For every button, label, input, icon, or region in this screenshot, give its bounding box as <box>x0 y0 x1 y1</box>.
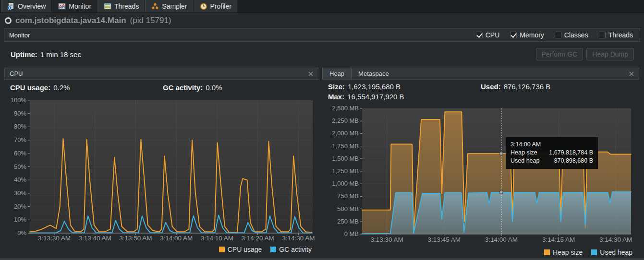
checkbox-classes[interactable]: Classes <box>555 31 588 39</box>
heap-panel: Heap Metaspace Size:1,623,195,680 B Used… <box>322 68 639 256</box>
checkbox-classes-box[interactable] <box>555 32 561 38</box>
running-ring-icon <box>5 17 12 24</box>
svg-text:3:13:50 AM: 3:13:50 AM <box>119 235 152 242</box>
svg-text:0 MB: 0 MB <box>344 230 359 237</box>
svg-text:3:14:10 AM: 3:14:10 AM <box>201 235 233 242</box>
uptime: Uptime:1 min 18 sec <box>11 50 81 59</box>
legend-cpu-usage: CPU usage <box>219 246 262 253</box>
tab-metaspace[interactable]: Metaspace <box>352 68 396 79</box>
heap-dump-button[interactable]: Heap Dump <box>586 48 634 60</box>
legend-heap-size: Heap size <box>544 248 583 256</box>
heap-max-stat: Max:16,554,917,920 B <box>328 93 404 101</box>
checkbox-threads-label: Threads <box>608 31 633 39</box>
checkbox-cpu-box[interactable] <box>476 32 483 38</box>
uptime-value: 1 min 18 sec <box>40 50 81 59</box>
checkbox-memory[interactable]: Memory <box>510 31 544 39</box>
svg-text:3:13:45 AM: 3:13:45 AM <box>428 236 461 243</box>
overview-document-icon <box>7 2 15 10</box>
svg-text:50%: 50% <box>14 163 26 170</box>
legend-used-heap: Used heap <box>591 248 632 256</box>
close-x-icon[interactable] <box>307 71 314 77</box>
gc-activity-swatch <box>270 247 276 252</box>
heap-chart-legend: Heap size Used heap <box>322 248 639 256</box>
charts-area: CPU CPU usage:0.2% GC activity:0.0% 0%10… <box>0 68 644 256</box>
cpu-panel-header: CPU <box>4 68 318 80</box>
svg-text:80%: 80% <box>14 123 26 130</box>
checkbox-classes-label: Classes <box>564 31 588 39</box>
monitor-toolbar: Monitor CPU Memory Classes Threads <box>4 28 640 42</box>
tab-sampler[interactable]: Sampler <box>145 0 193 12</box>
svg-text:3:14:00 AM: 3:14:00 AM <box>160 235 193 242</box>
svg-text:500 MB: 500 MB <box>337 205 359 213</box>
tab-overview-label: Overview <box>18 2 46 10</box>
heap-used-stat: Used:876,126,736 B <box>481 83 550 91</box>
tab-heap[interactable]: Heap <box>322 68 352 79</box>
svg-text:750 MB: 750 MB <box>337 192 359 200</box>
monitor-chart-icon <box>58 2 66 10</box>
svg-text:3:14:15 AM: 3:14:15 AM <box>542 236 575 243</box>
cpu-usage-swatch <box>219 247 225 252</box>
heap-size-stat: Size:1,623,195,680 B <box>328 83 401 91</box>
tab-profiler[interactable]: Profiler <box>194 0 238 12</box>
monitor-toolbar-title: Monitor <box>9 32 30 39</box>
svg-text:10%: 10% <box>14 216 26 223</box>
uptime-label: Uptime: <box>11 50 37 59</box>
checkbox-memory-label: Memory <box>520 31 544 39</box>
svg-text:0%: 0% <box>17 229 26 236</box>
tooltip-heap-size-row: Heap size 1,679,818,784 B <box>510 149 593 157</box>
application-pid: (pid 15791) <box>130 16 171 25</box>
checkbox-memory-box[interactable] <box>510 32 517 38</box>
svg-text:100%: 100% <box>11 97 27 104</box>
svg-text:40%: 40% <box>14 176 26 183</box>
svg-text:1,250 MB: 1,250 MB <box>332 167 359 175</box>
cpu-usage-stat: CPU usage:0.2% <box>10 83 70 92</box>
checkbox-threads-box[interactable] <box>599 32 606 38</box>
cpu-stats: CPU usage:0.2% GC activity:0.0% <box>4 80 318 97</box>
svg-text:1,500 MB: 1,500 MB <box>332 155 359 162</box>
svg-text:60%: 60% <box>14 150 26 157</box>
tab-sampler-label: Sampler <box>162 2 187 10</box>
profiler-clock-icon <box>200 2 207 10</box>
heap-panel-header: Heap Metaspace <box>322 68 639 80</box>
svg-text:3:13:30 AM: 3:13:30 AM <box>38 235 71 242</box>
status-row: Uptime:1 min 18 sec Perform GC Heap Dump <box>0 45 644 63</box>
tab-overview[interactable]: Overview <box>1 0 52 12</box>
svg-text:3:14:20 AM: 3:14:20 AM <box>241 235 274 242</box>
threads-list-icon <box>104 2 111 10</box>
svg-text:20%: 20% <box>14 203 26 210</box>
svg-text:1,000 MB: 1,000 MB <box>332 180 359 187</box>
checkbox-threads[interactable]: Threads <box>599 31 633 39</box>
cpu-chart-legend: CPU usage GC activity <box>4 245 318 253</box>
tab-monitor[interactable]: Monitor <box>52 0 97 12</box>
metric-checkbox-group: CPU Memory Classes Threads <box>476 31 633 39</box>
heap-stats: Size:1,623,195,680 B Used:876,126,736 B … <box>322 80 639 106</box>
checkbox-cpu[interactable]: CPU <box>476 31 500 39</box>
svg-text:2,000 MB: 2,000 MB <box>332 130 359 137</box>
cpu-panel: CPU CPU usage:0.2% GC activity:0.0% 0%10… <box>4 68 318 253</box>
svg-text:3:13:30 AM: 3:13:30 AM <box>370 236 403 243</box>
heap-size-swatch <box>544 249 550 255</box>
heap-usage-chart[interactable]: 3:14:00 AM Heap size 1,679,818,784 B Use… <box>322 106 639 248</box>
svg-text:2,500 MB: 2,500 MB <box>332 106 359 112</box>
svg-text:3:14:30 AM: 3:14:30 AM <box>599 236 632 243</box>
tab-profiler-label: Profiler <box>210 2 231 10</box>
used-heap-swatch <box>591 249 597 255</box>
visualvm-window: Overview Monitor Threads <box>0 0 644 260</box>
chart-tooltip: 3:14:00 AM Heap size 1,679,818,784 B Use… <box>506 137 598 169</box>
tab-threads[interactable]: Threads <box>97 0 145 12</box>
application-header: com.jstobigdata.java14.Main (pid 15791) <box>0 13 644 28</box>
perform-gc-button[interactable]: Perform GC <box>536 48 583 60</box>
svg-text:1,750 MB: 1,750 MB <box>332 142 359 150</box>
legend-gc-activity: GC activity <box>270 246 312 253</box>
main-tabbar: Overview Monitor Threads <box>0 0 644 13</box>
svg-text:30%: 30% <box>14 189 26 197</box>
close-x-icon[interactable] <box>628 71 635 77</box>
cpu-usage-chart[interactable]: 0%10%20%30%40%50%60%70%80%90%100%3:13:30… <box>4 97 318 245</box>
application-title: com.jstobigdata.java14.Main <box>15 16 126 25</box>
svg-text:250 MB: 250 MB <box>337 218 359 225</box>
svg-text:70%: 70% <box>14 136 26 143</box>
tab-threads-label: Threads <box>114 2 139 10</box>
bottom-strip <box>0 258 644 260</box>
tab-monitor-label: Monitor <box>69 2 91 10</box>
svg-text:90%: 90% <box>14 110 26 117</box>
